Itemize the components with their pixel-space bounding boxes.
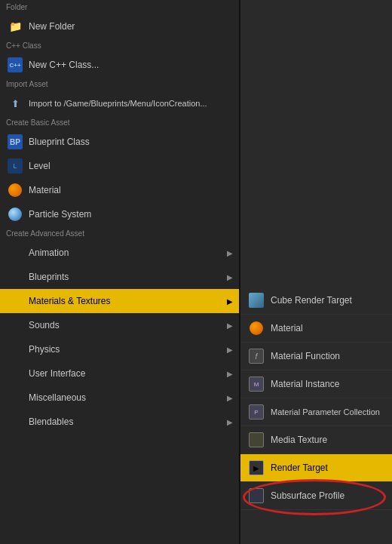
new-cpp-label: New C++ Class...: [29, 60, 99, 70]
material-label: Material: [29, 185, 61, 195]
materials-textures-icon: [8, 294, 23, 309]
section-cpp: C++ Class: [0, 38, 239, 53]
misc-arrow: ▶: [227, 394, 233, 402]
particle-icon: [8, 207, 23, 222]
right-submenu-panel: Cube Render Target Material f Material F…: [240, 0, 392, 544]
blueprints-label: Blueprints: [29, 272, 69, 282]
sounds-item[interactable]: Sounds ▶: [0, 313, 239, 337]
render-target-item[interactable]: ▶ Render Target: [240, 454, 392, 482]
subsurface-profile-item[interactable]: Subsurface Profile: [240, 482, 392, 510]
user-interface-label: User Interface: [29, 368, 85, 379]
materials-textures-item[interactable]: Materials & Textures ▶: [0, 289, 239, 313]
materials-textures-label: Materials & Textures: [29, 296, 111, 306]
physics-arrow: ▶: [227, 346, 233, 354]
material-item[interactable]: Material: [0, 178, 239, 202]
section-folder: Folder: [0, 0, 239, 14]
user-interface-icon: [8, 366, 23, 381]
import-label: Import to /Game/Blueprints/Menu/IconCrea…: [29, 99, 207, 108]
material-param-icon: P: [248, 404, 265, 420]
particle-label: Particle System: [29, 209, 91, 220]
sounds-icon: [8, 318, 23, 333]
sounds-arrow: ▶: [227, 321, 233, 330]
new-folder-item[interactable]: 📁 New Folder: [0, 14, 239, 38]
material-function-item[interactable]: f Material Function: [240, 343, 392, 370]
blueprint-label: Blueprint Class: [29, 137, 90, 147]
miscellaneous-label: Miscellaneous: [29, 392, 86, 403]
section-import: Import Asset: [0, 77, 239, 91]
misc-icon: [8, 390, 23, 405]
blueprints-arrow: ▶: [227, 273, 233, 281]
physics-item[interactable]: Physics ▶: [0, 337, 239, 361]
level-icon: L: [8, 158, 23, 174]
import-item[interactable]: ⬆ Import to /Game/Blueprints/Menu/IconCr…: [0, 91, 239, 115]
material-function-label: Material Function: [271, 351, 340, 361]
render-target-icon: ▶: [248, 459, 265, 476]
left-menu-panel: Folder 📁 New Folder C++ Class C++ New C+…: [0, 0, 240, 544]
cube-render-target-label: Cube Render Target: [271, 295, 352, 306]
user-interface-item[interactable]: User Interface ▶: [0, 361, 239, 386]
material-instance-item[interactable]: M Material Instance: [240, 370, 392, 398]
blueprints-icon: [8, 269, 23, 284]
section-basic: Create Basic Asset: [0, 115, 239, 130]
blendables-item[interactable]: Blendables ▶: [0, 410, 239, 434]
folder-icon: 📁: [8, 19, 23, 34]
material-basic-icon: [8, 183, 23, 198]
material-function-icon: f: [248, 348, 265, 364]
animation-icon: [8, 245, 23, 260]
blendables-icon: [8, 414, 23, 429]
physics-label: Physics: [29, 344, 60, 355]
sounds-label: Sounds: [29, 320, 60, 330]
physics-icon: [8, 342, 23, 357]
subsurface-label: Subsurface Profile: [271, 490, 345, 501]
level-item[interactable]: L Level: [0, 154, 239, 178]
user-interface-arrow: ▶: [227, 370, 233, 378]
material-right-label: Material: [271, 323, 303, 333]
cube-render-target-icon: [248, 292, 265, 309]
animation-item[interactable]: Animation ▶: [0, 241, 239, 265]
blueprint-icon: BP: [8, 134, 23, 149]
media-texture-icon: [248, 432, 265, 448]
material-param-collection-item[interactable]: P Material Parameter Collection: [240, 398, 392, 426]
render-target-label: Render Target: [271, 463, 328, 473]
animation-label: Animation: [29, 247, 69, 258]
media-texture-label: Media Texture: [271, 435, 327, 445]
blueprint-class-item[interactable]: BP Blueprint Class: [0, 130, 239, 154]
cpp-icon: C++: [8, 57, 23, 72]
cube-render-target-item[interactable]: Cube Render Target: [240, 287, 392, 315]
blendables-arrow: ▶: [227, 418, 233, 426]
import-icon: ⬆: [8, 96, 23, 111]
media-texture-item[interactable]: Media Texture: [240, 426, 392, 454]
blendables-label: Blendables: [29, 416, 73, 427]
new-folder-label: New Folder: [29, 21, 75, 32]
level-label: Level: [29, 161, 51, 171]
material-right-icon: [248, 320, 265, 337]
new-cpp-item[interactable]: C++ New C++ Class...: [0, 53, 239, 77]
subsurface-icon: [248, 487, 265, 504]
material-param-label: Material Parameter Collection: [271, 407, 380, 416]
blueprints-item[interactable]: Blueprints ▶: [0, 265, 239, 289]
particle-system-item[interactable]: Particle System: [0, 202, 239, 226]
material-instance-icon: M: [248, 376, 265, 392]
section-advanced: Create Advanced Asset: [0, 226, 239, 241]
right-panel-spacer: [240, 0, 392, 287]
material-right-item[interactable]: Material: [240, 315, 392, 343]
miscellaneous-item[interactable]: Miscellaneous ▶: [0, 386, 239, 410]
material-instance-label: Material Instance: [271, 379, 339, 389]
animation-arrow: ▶: [227, 249, 233, 257]
materials-textures-arrow: ▶: [227, 297, 233, 306]
